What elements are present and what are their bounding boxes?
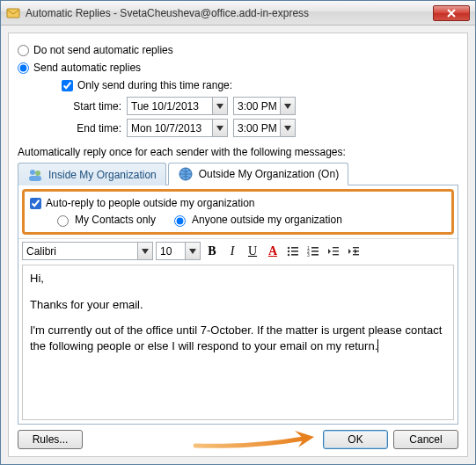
end-time-input[interactable] (234, 120, 280, 136)
auto-reply-outside-check-row[interactable]: Auto-reply to people outside my organiza… (30, 195, 446, 211)
dont-send-label: Do not send automatic replies (33, 42, 173, 58)
anyone-label: Anyone outside my organization (192, 214, 342, 226)
svg-point-2 (35, 171, 40, 176)
font-dropdown[interactable] (137, 243, 152, 259)
svg-rect-14 (311, 251, 319, 252)
underline-button[interactable]: U (244, 243, 261, 260)
close-button[interactable] (433, 5, 470, 21)
svg-text:3: 3 (307, 252, 310, 258)
start-date-input[interactable] (128, 98, 212, 114)
svg-point-9 (288, 253, 289, 255)
bulleted-list-button[interactable] (284, 243, 302, 260)
italic-button[interactable]: I (223, 243, 241, 260)
svg-rect-18 (333, 251, 339, 251)
tabs: Inside My Organization Outside My Organi… (18, 162, 458, 185)
globe-icon (178, 166, 194, 182)
start-date-dropdown[interactable] (212, 98, 227, 114)
tab-inside[interactable]: Inside My Organization (18, 163, 166, 185)
message-line-3: I'm currently out of the office until 7-… (30, 323, 446, 353)
size-dropdown[interactable] (185, 243, 200, 259)
message-line-2: Thanks for your email. (30, 297, 446, 313)
svg-rect-8 (291, 251, 298, 252)
size-input[interactable] (157, 245, 185, 258)
start-time-row: Start time: (62, 97, 458, 115)
time-range-checkbox[interactable] (62, 80, 73, 91)
highlight-annotation: Auto-reply to people outside my organiza… (22, 189, 454, 235)
text-caret (377, 339, 378, 352)
section-label: Automatically reply once for each sender… (18, 146, 458, 158)
send-radio[interactable] (18, 62, 29, 74)
svg-point-7 (288, 250, 289, 251)
outside-scope-row: My Contacts only Anyone outside my organ… (53, 213, 446, 227)
start-time-dropdown[interactable] (280, 98, 295, 114)
decrease-indent-button[interactable] (325, 243, 342, 260)
svg-rect-21 (353, 251, 359, 251)
rules-button[interactable]: Rules... (18, 430, 83, 449)
content-panel: Do not send automatic replies Send autom… (8, 33, 468, 457)
contacts-only-label: My Contacts only (75, 214, 156, 226)
auto-reply-outside-label: Auto-reply to people outside my organiza… (46, 195, 254, 211)
tab-outside[interactable]: Outside My Organization (On) (168, 163, 348, 185)
size-combo[interactable] (156, 242, 201, 260)
time-range-check-row[interactable]: Only send during this time range: (62, 77, 458, 93)
font-input[interactable] (23, 245, 137, 258)
auto-reply-outside-checkbox[interactable] (30, 198, 41, 209)
bold-button[interactable]: B (203, 243, 221, 260)
end-date-combo[interactable] (127, 119, 228, 137)
start-time-input[interactable] (234, 98, 280, 114)
end-time-dropdown[interactable] (280, 120, 295, 136)
send-label: Send automatic replies (33, 60, 141, 76)
tab-outside-label: Outside My Organization (On) (199, 168, 339, 180)
app-icon (6, 6, 20, 20)
ok-button[interactable]: OK (323, 430, 388, 449)
anyone-radio-row[interactable]: Anyone outside my organization (170, 213, 342, 227)
tab-body-outside: Auto-reply to people outside my organiza… (18, 185, 458, 425)
svg-rect-16 (311, 254, 319, 256)
arrow-annotation: OK Cancel (83, 430, 458, 449)
cancel-button[interactable]: Cancel (393, 430, 458, 449)
end-time-label: End time: (62, 122, 127, 134)
end-time-row: End time: (62, 119, 458, 137)
svg-rect-20 (353, 247, 359, 248)
svg-rect-22 (353, 254, 359, 255)
increase-indent-button[interactable] (345, 243, 362, 260)
svg-rect-6 (291, 247, 298, 249)
svg-rect-19 (333, 254, 339, 255)
format-toolbar: B I U A 123 (18, 238, 458, 263)
window-title: Automatic Replies - SvetaCheusheva@offic… (26, 7, 433, 19)
start-time-combo[interactable] (233, 97, 296, 115)
font-color-button[interactable]: A (264, 243, 282, 260)
dont-send-radio[interactable] (18, 45, 29, 56)
titlebar[interactable]: Automatic Replies - SvetaCheusheva@offic… (1, 1, 475, 25)
contacts-only-radio[interactable] (57, 215, 69, 227)
people-icon (27, 167, 43, 183)
anyone-radio[interactable] (174, 215, 186, 227)
svg-rect-17 (333, 247, 339, 248)
svg-rect-0 (7, 9, 19, 18)
contacts-only-radio-row[interactable]: My Contacts only (53, 213, 156, 227)
svg-rect-3 (29, 176, 41, 181)
button-row: Rules... OK Cancel (18, 430, 458, 449)
dont-send-radio-row[interactable]: Do not send automatic replies (18, 42, 458, 58)
message-line-1: Hi, (30, 271, 446, 287)
time-range-label: Only send during this time range: (77, 77, 232, 93)
svg-rect-12 (311, 247, 319, 249)
end-date-dropdown[interactable] (212, 120, 227, 136)
send-radio-row[interactable]: Send automatic replies (18, 60, 458, 76)
end-time-combo[interactable] (233, 119, 296, 137)
message-editor[interactable]: Hi, Thanks for your email. I'm currently… (22, 265, 454, 420)
automatic-replies-dialog: Automatic Replies - SvetaCheusheva@offic… (0, 0, 476, 465)
svg-point-5 (288, 246, 289, 248)
end-date-input[interactable] (128, 120, 212, 136)
numbered-list-button[interactable]: 123 (304, 243, 322, 260)
tab-inside-label: Inside My Organization (48, 169, 157, 181)
time-range-block: Only send during this time range: Start … (62, 77, 458, 137)
start-date-combo[interactable] (127, 97, 228, 115)
svg-point-1 (30, 170, 35, 175)
start-time-label: Start time: (62, 100, 127, 113)
font-combo[interactable] (22, 242, 153, 260)
svg-rect-10 (291, 254, 298, 256)
